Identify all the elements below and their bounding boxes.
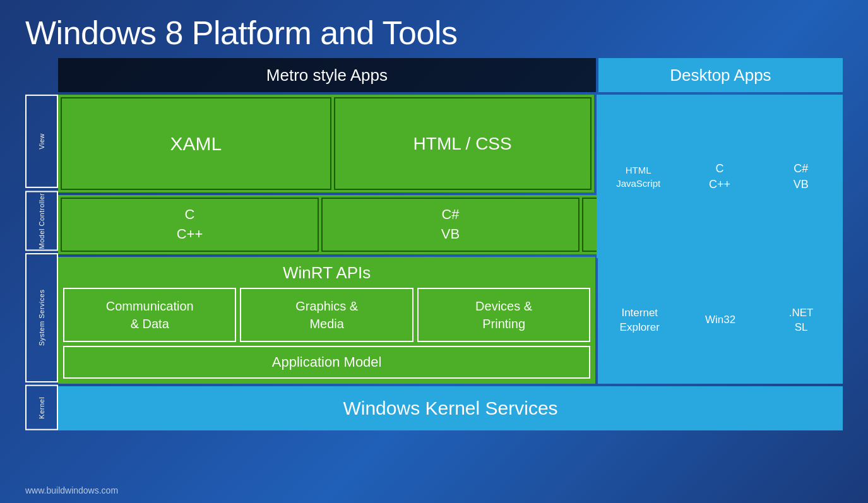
system-row: WinRT APIs Communication& Data Graphics … [58, 257, 843, 384]
header-metro: Metro style Apps [58, 58, 596, 92]
system-desktop: InternetExplorer Win32 .NETSL [598, 257, 843, 384]
desktop-csharp-vb: C#VB [761, 97, 840, 256]
label-kernel: Kernel [25, 385, 58, 430]
label-system-services: System Services [25, 253, 58, 382]
website-label: www.buildwindows.com [25, 485, 118, 495]
desktop-html-js: HTMLJavaScript [599, 97, 678, 256]
html-css-cell: HTML / CSS [334, 97, 592, 190]
left-labels: View Model Controller System Services Ke… [25, 95, 58, 430]
content-area: Metro style Apps Desktop Apps XAML HTML … [58, 58, 843, 430]
devices-printing-cell: Devices &Printing [417, 288, 590, 342]
desktop-ie: InternetExplorer [600, 259, 679, 381]
page-title: Windows 8 Platform and Tools [0, 0, 868, 58]
label-view: View [25, 95, 58, 188]
desktop-c-cpp: CC++ [681, 97, 759, 256]
winrt-label: WinRT APIs [63, 262, 590, 284]
desktop-net-sl: .NETSL [762, 259, 840, 381]
xaml-cell: XAML [61, 97, 331, 190]
model-c-cpp: CC++ [61, 198, 319, 252]
app-model-cell: Application Model [63, 346, 590, 379]
system-metro: WinRT APIs Communication& Data Graphics … [58, 257, 595, 384]
main-diagram: View Model Controller System Services Ke… [25, 58, 843, 430]
header-desktop: Desktop Apps [598, 58, 843, 92]
kernel-cell: Windows Kernel Services [58, 386, 843, 430]
desktop-win32: Win32 [681, 259, 759, 381]
winrt-cells: Communication& Data Graphics &Media Devi… [63, 288, 590, 342]
graphics-media-cell: Graphics &Media [240, 288, 413, 342]
model-csharp-vb: C#VB [321, 198, 580, 252]
view-row: XAML HTML / CSS HTMLJavaScript CC++ C#VB [58, 95, 843, 192]
kernel-row: Windows Kernel Services [58, 386, 843, 430]
view-metro: XAML HTML / CSS [58, 95, 594, 192]
view-desktop: HTMLJavaScript CC++ C#VB [597, 95, 843, 258]
comm-data-cell: Communication& Data [63, 288, 236, 342]
headers-row: Metro style Apps Desktop Apps [58, 58, 843, 92]
label-model-controller: Model Controller [25, 191, 58, 251]
